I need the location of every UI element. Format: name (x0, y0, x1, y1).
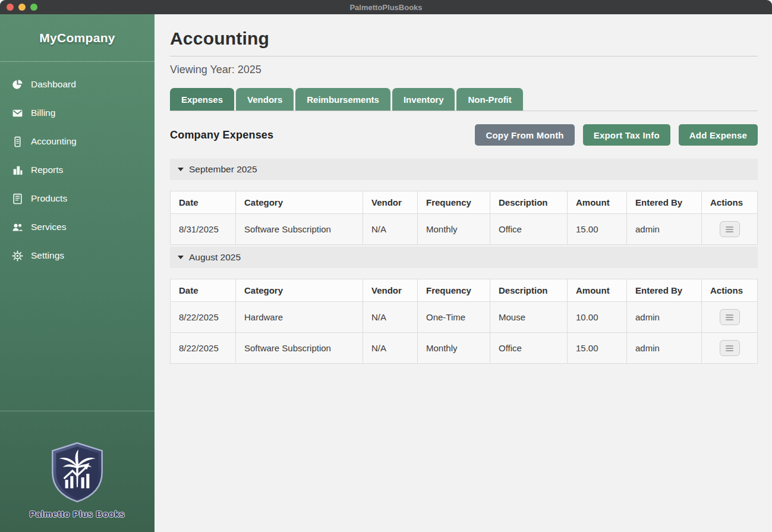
column-header: Entered By (627, 279, 702, 302)
column-header: Category (236, 191, 363, 214)
column-header: Amount (568, 279, 627, 302)
row-actions-button[interactable] (720, 309, 740, 325)
row-actions-button[interactable] (720, 221, 740, 237)
cell-actions (702, 214, 758, 245)
cell-actions (702, 333, 758, 364)
menu-icon (726, 313, 733, 322)
sidebar-item-label: Dashboard (31, 79, 76, 90)
menu-icon (726, 225, 733, 234)
chevron-down-icon (178, 256, 184, 259)
app-window: MyCompany DashboardBillingAccountingRepo… (0, 14, 772, 532)
sidebar-item-label: Services (31, 222, 66, 232)
cell-date: 8/22/2025 (171, 333, 236, 364)
column-header: Vendor (363, 279, 418, 302)
tab-vendors[interactable]: Vendors (236, 88, 294, 111)
export-tax-info-button[interactable]: Export Tax Info (583, 124, 670, 146)
sidebar-nav: DashboardBillingAccountingReportsProduct… (0, 62, 155, 270)
minimize-button[interactable] (18, 4, 26, 11)
column-header: Amount (568, 191, 627, 214)
sidebar-item-reports[interactable]: Reports (0, 156, 155, 184)
logo-caption: Palmetto Plus Books (30, 509, 125, 519)
column-header: Description (490, 191, 568, 214)
cell-entered_by: admin (627, 302, 702, 333)
people-icon (12, 222, 23, 233)
palmetto-shield-logo (41, 441, 114, 506)
add-expense-button[interactable]: Add Expense (679, 124, 758, 146)
invoice-icon (12, 136, 23, 147)
month-group-header[interactable]: August 2025 (170, 247, 758, 268)
cell-frequency: One-Time (418, 302, 490, 333)
column-header: Frequency (418, 191, 490, 214)
expense-table: DateCategoryVendorFrequencyDescriptionAm… (170, 191, 758, 245)
list-icon (12, 193, 23, 204)
sidebar-footer: Palmetto Plus Books (0, 411, 155, 532)
tab-inventory[interactable]: Inventory (392, 88, 455, 111)
sidebar: MyCompany DashboardBillingAccountingRepo… (0, 14, 155, 532)
expense-row: 8/22/2025Software SubscriptionN/AMonthly… (171, 333, 758, 364)
cell-amount: 15.00 (568, 333, 627, 364)
row-actions-button[interactable] (720, 340, 740, 356)
cell-amount: 10.00 (568, 302, 627, 333)
month-group-header[interactable]: September 2025 (170, 159, 758, 180)
cell-category: Software Subscription (236, 333, 363, 364)
sidebar-item-label: Products (31, 193, 67, 204)
expense-row: 8/31/2025Software SubscriptionN/AMonthly… (171, 214, 758, 245)
copy-from-month-button[interactable]: Copy From Month (475, 124, 574, 146)
column-header: Date (171, 279, 236, 302)
column-header: Actions (702, 191, 758, 214)
month-label: September 2025 (189, 164, 257, 175)
tab-bar: ExpensesVendorsReimbursementsInventoryNo… (170, 88, 758, 111)
section-title: Company Expenses (170, 129, 273, 141)
window-titlebar: PalmettoPlusBooks (0, 0, 772, 14)
sidebar-item-label: Billing (31, 108, 55, 118)
column-header: Category (236, 279, 363, 302)
column-header: Entered By (627, 191, 702, 214)
traffic-lights (7, 4, 37, 11)
tab-expenses[interactable]: Expenses (170, 88, 234, 111)
cell-frequency: Monthly (418, 214, 490, 245)
sidebar-item-accounting[interactable]: Accounting (0, 127, 155, 156)
cell-actions (702, 302, 758, 333)
sidebar-item-services[interactable]: Services (0, 213, 155, 241)
cell-entered_by: admin (627, 333, 702, 364)
zoom-button[interactable] (30, 4, 37, 11)
expense-row: 8/22/2025HardwareN/AOne-TimeMouse10.00ad… (171, 302, 758, 333)
section-header-row: Company Expenses Copy From MonthExport T… (170, 124, 758, 146)
bar-chart-icon (12, 165, 23, 176)
close-button[interactable] (7, 4, 14, 11)
sidebar-item-products[interactable]: Products (0, 184, 155, 213)
column-header: Vendor (363, 191, 418, 214)
column-header: Date (171, 191, 236, 214)
cell-description: Office (490, 214, 568, 245)
gear-icon (12, 250, 23, 262)
viewing-year-label: Viewing Year: 2025 (170, 64, 758, 76)
tab-non-profit[interactable]: Non-Profit (456, 88, 522, 111)
action-buttons: Copy From MonthExport Tax InfoAdd Expens… (475, 124, 758, 146)
column-header: Description (490, 279, 568, 302)
window-title: PalmettoPlusBooks (349, 3, 422, 12)
cell-amount: 15.00 (568, 214, 627, 245)
cell-description: Office (490, 333, 568, 364)
cell-category: Software Subscription (236, 214, 363, 245)
cell-vendor: N/A (363, 302, 418, 333)
cell-description: Mouse (490, 302, 568, 333)
sidebar-item-settings[interactable]: Settings (0, 241, 155, 270)
menu-icon (726, 344, 733, 352)
main-content: Accounting Viewing Year: 2025 ExpensesVe… (155, 14, 772, 532)
cell-date: 8/22/2025 (171, 302, 236, 333)
cell-frequency: Monthly (418, 333, 490, 364)
column-header: Frequency (418, 279, 490, 302)
page-title: Accounting (170, 29, 758, 56)
column-header: Actions (702, 279, 758, 302)
month-label: August 2025 (189, 252, 241, 263)
envelope-icon (12, 108, 23, 119)
sidebar-item-billing[interactable]: Billing (0, 99, 155, 127)
chevron-down-icon (178, 168, 184, 171)
expense-groups: September 2025DateCategoryVendorFrequenc… (170, 159, 758, 364)
cell-category: Hardware (236, 302, 363, 333)
tab-reimbursements[interactable]: Reimbursements (295, 88, 390, 111)
expense-table: DateCategoryVendorFrequencyDescriptionAm… (170, 279, 758, 364)
sidebar-item-dashboard[interactable]: Dashboard (0, 70, 155, 99)
cell-vendor: N/A (363, 214, 418, 245)
cell-date: 8/31/2025 (171, 214, 236, 245)
